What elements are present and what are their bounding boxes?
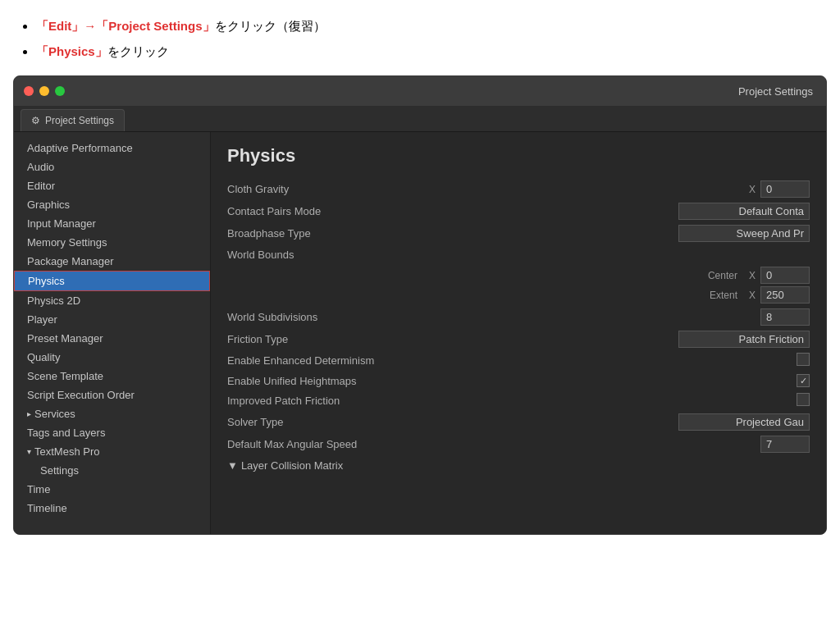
sidebar-item-services[interactable]: Services	[14, 404, 210, 423]
instruction-physics-text: 「Physics」	[36, 44, 107, 58]
solver-type-value: Projected Gau	[678, 413, 810, 431]
sidebar-item-package-manager[interactable]: Package Manager	[14, 252, 210, 271]
label-extent: Extent	[710, 290, 737, 301]
enhanced-determinism-checkbox[interactable]	[797, 353, 810, 366]
sidebar-item-graphics[interactable]: Graphics	[14, 195, 210, 214]
label-friction-type: Friction Type	[227, 333, 678, 345]
row-world-bounds-center: Center X Extent X	[227, 264, 810, 306]
sidebar-item-physics-2d[interactable]: Physics 2D	[14, 291, 210, 310]
tab-project-settings[interactable]: ⚙ Project Settings	[21, 109, 125, 131]
solver-type-dropdown[interactable]: Projected Gau	[678, 413, 810, 431]
traffic-lights	[24, 86, 65, 96]
row-improved-patch-friction: Improved Patch Friction	[227, 390, 810, 411]
sidebar-item-timeline[interactable]: Timeline	[14, 499, 210, 518]
label-center: Center	[708, 270, 737, 281]
gear-icon: ⚙	[31, 115, 40, 126]
sidebar: Adaptive Performance Audio Editor Graphi…	[14, 132, 211, 534]
broadphase-type-value: Sweep And Pr	[678, 225, 810, 242]
sidebar-item-audio[interactable]: Audio	[14, 158, 210, 176]
center-x-input[interactable]	[760, 267, 810, 284]
sidebar-item-editor[interactable]: Editor	[14, 176, 210, 195]
label-contact-pairs-mode: Contact Pairs Mode	[227, 205, 678, 217]
label-unified-heightmaps: Enable Unified Heightmaps	[227, 375, 678, 387]
main-content: Adaptive Performance Audio Editor Graphi…	[14, 132, 826, 534]
instruction-line-1: 「Edit」→「Project Settings」をクリック（復習）	[36, 15, 820, 37]
sidebar-item-scene-template[interactable]: Scene Template	[14, 367, 210, 386]
label-enhanced-determinism: Enable Enhanced Determinism	[227, 354, 678, 367]
tab-label: Project Settings	[45, 115, 114, 126]
titlebar: Project Settings	[14, 76, 826, 106]
sidebar-item-preset-manager[interactable]: Preset Manager	[14, 329, 210, 348]
row-enhanced-determinism: Enable Enhanced Determinism	[227, 350, 810, 371]
instruction-physics-click: をクリック	[107, 44, 169, 58]
row-cloth-gravity: Cloth Gravity X	[227, 178, 810, 200]
tabbar: ⚙ Project Settings	[14, 106, 826, 132]
label-solver-type: Solver Type	[227, 416, 678, 428]
label-world-bounds: World Bounds	[227, 249, 810, 261]
label-cloth-gravity: Cloth Gravity	[227, 183, 749, 195]
sidebar-item-textmesh-pro[interactable]: TextMesh Pro	[14, 442, 210, 461]
default-max-angular-speed-input[interactable]	[760, 436, 810, 453]
unified-heightmaps-value: ✓	[678, 374, 810, 388]
window-title: Project Settings	[738, 85, 813, 98]
maximize-button[interactable]	[55, 86, 65, 96]
friction-type-value: Patch Friction	[678, 331, 810, 348]
row-world-subdivisions: World Subdivisions	[227, 306, 810, 328]
contact-pairs-mode-dropdown[interactable]: Default Conta	[678, 203, 810, 220]
label-default-max-angular-speed: Default Max Angular Speed	[227, 438, 678, 450]
center-row: Center X	[708, 267, 810, 284]
instruction-line-2: 「Physics」をクリック	[36, 40, 820, 62]
row-friction-type: Friction Type Patch Friction	[227, 328, 810, 350]
row-default-max-angular-speed: Default Max Angular Speed	[227, 433, 810, 455]
world-subdivisions-value	[678, 308, 810, 326]
sidebar-item-physics[interactable]: Physics	[14, 271, 210, 291]
row-world-bounds: World Bounds	[227, 244, 810, 264]
sidebar-item-memory-settings[interactable]: Memory Settings	[14, 233, 210, 252]
panel-title: Physics	[227, 145, 810, 167]
instruction-edit-text: 「Edit」→「Project Settings」	[36, 19, 215, 33]
settings-table: Cloth Gravity X Contact Pairs Mode Defau…	[227, 178, 810, 475]
contact-pairs-mode-value: Default Conta	[678, 203, 810, 220]
sidebar-item-tags-and-layers[interactable]: Tags and Layers	[14, 423, 210, 442]
row-contact-pairs-mode: Contact Pairs Mode Default Conta	[227, 200, 810, 222]
row-broadphase-type: Broadphase Type Sweep And Pr	[227, 222, 810, 244]
row-layer-collision-matrix: ▼ Layer Collision Matrix	[227, 455, 810, 475]
cloth-gravity-x-input[interactable]	[760, 180, 810, 198]
row-solver-type: Solver Type Projected Gau	[227, 411, 810, 433]
world-subdivisions-input[interactable]	[760, 308, 810, 326]
label-world-subdivisions: World Subdivisions	[227, 311, 678, 323]
broadphase-type-dropdown[interactable]: Sweep And Pr	[678, 225, 810, 242]
sidebar-item-settings[interactable]: Settings	[14, 461, 210, 480]
label-improved-patch-friction: Improved Patch Friction	[227, 395, 678, 407]
right-panel: Physics Cloth Gravity X Contact Pairs Mo…	[211, 132, 826, 534]
extent-row: Extent X	[710, 286, 810, 304]
instruction-click-text: をクリック（復習）	[215, 19, 326, 33]
sidebar-item-adaptive-performance[interactable]: Adaptive Performance	[14, 139, 210, 158]
instructions-area: 「Edit」→「Project Settings」をクリック（復習） 「Phys…	[0, 0, 840, 75]
enhanced-determinism-value	[678, 353, 810, 368]
sidebar-item-quality[interactable]: Quality	[14, 348, 210, 367]
close-button[interactable]	[24, 86, 34, 96]
friction-type-dropdown[interactable]: Patch Friction	[678, 331, 810, 348]
minimize-button[interactable]	[39, 86, 49, 96]
sidebar-item-time[interactable]: Time	[14, 480, 210, 499]
sidebar-item-player[interactable]: Player	[14, 310, 210, 329]
improved-patch-friction-checkbox[interactable]	[797, 393, 810, 406]
project-settings-window: Project Settings ⚙ Project Settings Adap…	[13, 75, 827, 535]
improved-patch-friction-value	[678, 393, 810, 409]
sidebar-item-input-manager[interactable]: Input Manager	[14, 214, 210, 233]
sidebar-item-script-execution-order[interactable]: Script Execution Order	[14, 386, 210, 404]
triangle-down-icon: ▼	[227, 459, 238, 472]
default-max-angular-speed-value	[678, 436, 810, 453]
row-unified-heightmaps: Enable Unified Heightmaps ✓	[227, 371, 810, 390]
extent-x-input[interactable]	[760, 286, 810, 304]
cloth-gravity-value: X	[749, 180, 810, 198]
label-layer-collision-matrix: ▼ Layer Collision Matrix	[227, 459, 810, 472]
label-broadphase-type: Broadphase Type	[227, 227, 678, 240]
unified-heightmaps-checkbox[interactable]: ✓	[797, 374, 810, 387]
